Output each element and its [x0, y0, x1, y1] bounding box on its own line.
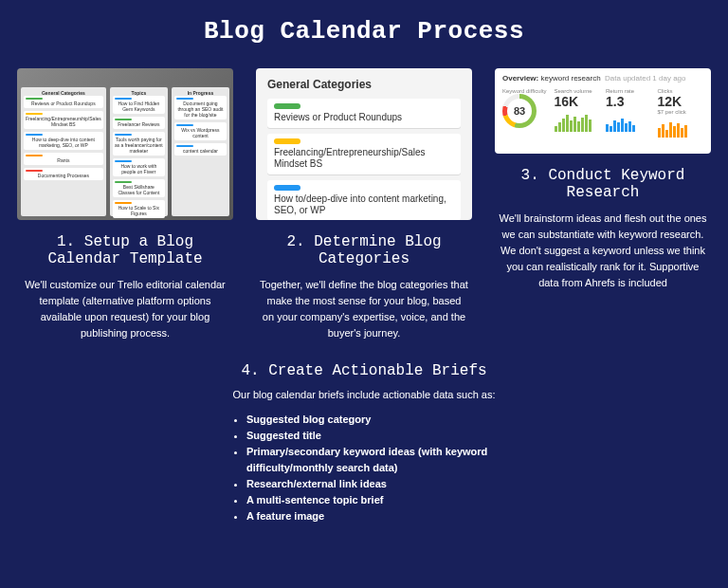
step-1-body: We'll customize our Trello editorial cal… — [17, 277, 233, 341]
process-row: General Categories Reviews or Product Ro… — [0, 68, 728, 341]
categories-list-header: General Categories — [267, 78, 461, 91]
step-2: General Categories Reviews or Product Ro… — [256, 68, 472, 341]
categories-thumbnail: General Categories Reviews or Product Ro… — [256, 68, 472, 220]
step-2-body: Together, we'll define the blog categori… — [256, 277, 472, 341]
list-item: Suggested blog category — [246, 412, 538, 428]
page-title: Blog Calendar Process — [0, 0, 728, 68]
step-4-intro: Our blog calendar briefs include actiona… — [190, 389, 538, 400]
list-item: A multi-sentence topic brief — [246, 492, 538, 508]
step-1-heading: 1. Setup a Blog Calendar Template — [17, 233, 233, 267]
step-3-heading: 3. Conduct Keyword Research — [495, 167, 711, 201]
list-item: A feature image — [246, 508, 538, 524]
list-item: Research/external link ideas — [246, 476, 538, 492]
step-3-body: We'll brainstorm ideas and flesh out the… — [495, 211, 711, 291]
trello-board-thumbnail: General Categories Reviews or Product Ro… — [17, 68, 233, 220]
step-4: 4. Create Actionable Briefs Our blog cal… — [0, 362, 728, 524]
step-3: Overview: keyword research Data updated … — [495, 68, 711, 341]
step-2-heading: 2. Determine Blog Categories — [256, 233, 472, 267]
step-4-heading: 4. Create Actionable Briefs — [190, 362, 538, 379]
kd-gauge-icon: 83 — [502, 94, 537, 128]
list-item: Primary/secondary keyword ideas (with ke… — [246, 444, 538, 476]
list-item: Suggested title — [246, 428, 538, 444]
step-4-bullets: Suggested blog category Suggested title … — [190, 412, 538, 524]
ahrefs-thumbnail: Overview: keyword research Data updated … — [495, 68, 711, 154]
step-1: General Categories Reviews or Product Ro… — [17, 68, 233, 341]
